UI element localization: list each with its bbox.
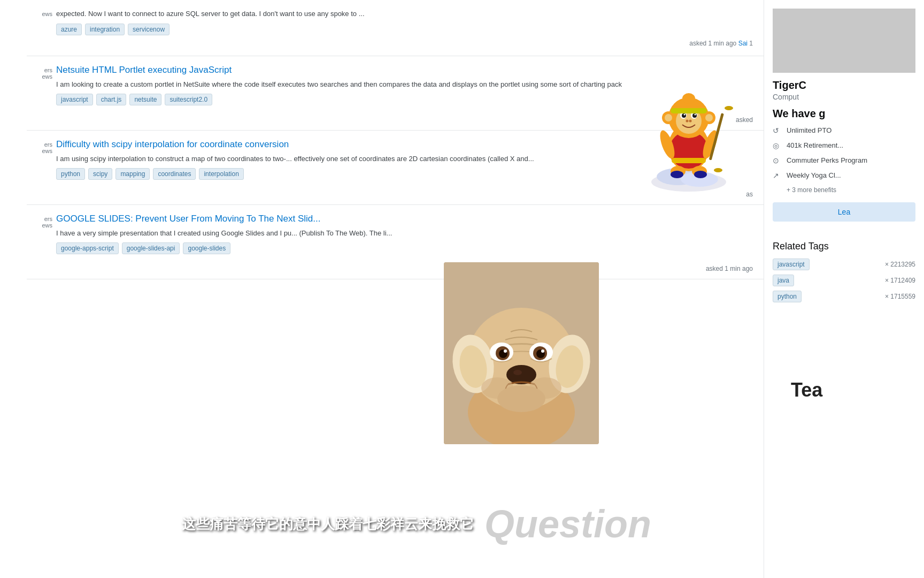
tag-scipy[interactable]: scipy <box>88 168 112 180</box>
tag-integration[interactable]: integration <box>85 24 125 35</box>
benefit-2-text: 401k Retirement... <box>787 141 843 149</box>
rtag-python-count: × 1715559 <box>885 293 915 300</box>
yoga-icon: ↗ <box>773 171 782 181</box>
question-watermark: Question <box>484 502 651 546</box>
retirement-icon: ◎ <box>773 141 782 151</box>
q4-views-label: ews <box>27 222 52 229</box>
rtag-python[interactable]: python <box>773 291 802 302</box>
dog-overlay <box>444 262 599 444</box>
q2-title[interactable]: Netsuite HTML Portlet executing JavaScri… <box>56 65 753 75</box>
q4-title[interactable]: GOOGLE SLIDES: Prevent User From Moving … <box>56 214 753 224</box>
question-item-2: ers ews Netsuite HTML Portlet executing … <box>27 56 764 131</box>
tag-gas[interactable]: google-apps-script <box>56 242 119 254</box>
tag-suitescript[interactable]: suitescript2.0 <box>165 94 212 105</box>
rtag-java-count: × 1712409 <box>885 277 915 284</box>
q1-tags: azure integration servicenow <box>27 24 764 40</box>
benefit-3-text: Commuter Perks Program <box>787 156 867 164</box>
benefit-1: ↺ Unlimited PTO <box>773 126 915 136</box>
company-logo <box>773 9 915 73</box>
related-tag-2: java × 1712409 <box>773 275 915 286</box>
main-content: ews expected. Now I want to connect to a… <box>0 0 764 578</box>
svg-point-47 <box>513 370 522 375</box>
q3-asked: as <box>746 191 753 198</box>
q2-tags: javascript chart.js netsuite suitescript… <box>27 94 764 110</box>
q4-answers-label: ers <box>27 216 52 222</box>
q1-stats: ews <box>27 11 52 17</box>
q3-views-label: ews <box>27 148 52 154</box>
company-type: Comput <box>773 93 915 101</box>
rtag-java[interactable]: java <box>773 275 794 286</box>
q3-tags: python scipy mapping coordinates interpo… <box>27 168 764 184</box>
q4-asked: asked 1 min ago <box>706 265 753 272</box>
q1-excerpt: expected. Now I want to connect to azure… <box>27 0 764 24</box>
tea-text: Tea <box>791 379 822 401</box>
related-tag-1: javascript × 2213295 <box>773 258 915 270</box>
q2-excerpt: I am looking to create a custom portlet … <box>56 80 753 89</box>
svg-point-50 <box>497 385 545 412</box>
subtitle-overlay: 这些痛苦等待它的意中人踩着七彩祥云来挽救它 Question <box>182 502 924 546</box>
question-item-3: ers ews Difficulty with scipy interpolat… <box>27 131 764 205</box>
company-name: TigerC <box>773 79 915 92</box>
benefit-3: ⊙ Commuter Perks Program <box>773 156 915 166</box>
q2-answers-label: ers <box>27 67 52 73</box>
more-benefits: + 3 more benefits <box>787 186 915 194</box>
q1-rep: 1 <box>749 40 753 47</box>
commuter-icon: ⊙ <box>773 156 782 166</box>
q4-excerpt: I have a very simple presentation that I… <box>56 229 753 238</box>
q3-answers-label: ers <box>27 141 52 148</box>
q3-stats: ers ews <box>27 141 52 154</box>
q2-views-label: ews <box>27 73 52 80</box>
tag-gslides[interactable]: google-slides <box>183 242 230 254</box>
q1-views-label: ews <box>27 11 52 17</box>
tag-azure[interactable]: azure <box>56 24 82 35</box>
benefit-4: ↗ Weekly Yoga Cl... <box>773 171 915 181</box>
benefit-1-text: Unlimited PTO <box>787 126 831 134</box>
benefit-2: ◎ 401k Retirement... <box>773 141 915 151</box>
q3-excerpt: I am using scipy interpolation to constr… <box>56 154 753 164</box>
tag-netsuite[interactable]: netsuite <box>129 94 161 105</box>
tag-interpolation[interactable]: interpolation <box>199 168 243 180</box>
tag-chartjs[interactable]: chart.js <box>96 94 127 105</box>
benefit-4-text: Weekly Yoga Cl... <box>787 171 841 179</box>
right-sidebar: TigerC Comput We have g ↺ Unlimited PTO … <box>764 0 924 578</box>
tag-servicenow[interactable]: servicenow <box>128 24 170 35</box>
tag-python[interactable]: python <box>56 168 85 180</box>
q1-user: Sai <box>738 40 748 47</box>
q3-title[interactable]: Difficulty with scipy interpolation for … <box>56 139 753 150</box>
q3-footer: as <box>27 188 764 204</box>
q4-stats: ers ews <box>27 216 52 229</box>
related-tags-title: Related Tags <box>773 241 915 252</box>
rtag-javascript[interactable]: javascript <box>773 258 810 270</box>
q1-asked: asked 1 min ago <box>689 40 736 47</box>
q2-asked: asked <box>736 116 753 124</box>
company-card: TigerC Comput We have g ↺ Unlimited PTO … <box>764 0 924 241</box>
pto-icon: ↺ <box>773 126 782 136</box>
q4-footer: asked 1 min ago <box>27 263 764 279</box>
we-have-text: We have g <box>773 108 915 120</box>
tag-javascript[interactable]: javascript <box>56 94 93 105</box>
tag-coordinates[interactable]: coordinates <box>153 168 196 180</box>
rtag-javascript-count: × 2213295 <box>885 261 915 268</box>
q2-stats: ers ews <box>27 67 52 80</box>
learn-more-button[interactable]: Lea <box>773 202 915 222</box>
q1-footer: asked 1 min ago Sai 1 <box>27 40 764 56</box>
svg-point-44 <box>504 349 507 353</box>
q2-footer: asked <box>27 114 764 130</box>
related-tag-3: python × 1715559 <box>773 291 915 302</box>
svg-point-45 <box>541 349 544 353</box>
question-item-4: ers ews GOOGLE SLIDES: Prevent User From… <box>27 205 764 279</box>
related-tags-section: Related Tags javascript × 2213295 java ×… <box>764 241 924 302</box>
dog-svg <box>444 262 599 444</box>
tea-text-area: Tea <box>791 379 924 401</box>
dog-photo <box>444 262 599 444</box>
tag-mapping[interactable]: mapping <box>116 168 150 180</box>
question-item-1: ews expected. Now I want to connect to a… <box>27 0 764 56</box>
q4-tags: google-apps-script google-slides-api goo… <box>27 242 764 258</box>
subtitle-chinese-text: 这些痛苦等待它的意中人踩着七彩祥云来挽救它 <box>182 515 474 534</box>
tag-gslides-api[interactable]: google-slides-api <box>122 242 180 254</box>
